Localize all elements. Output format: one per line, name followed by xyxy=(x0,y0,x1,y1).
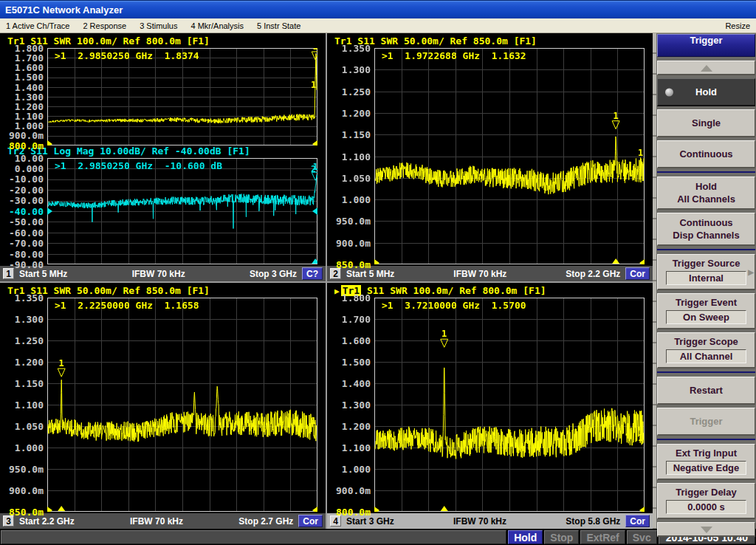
axis-label: 1.350 xyxy=(342,43,371,54)
main-area: Tr1 S11 SWR 100.0m/ Ref 800.0m [F1] 1.80… xyxy=(0,33,756,529)
ch2-status-bar[interactable]: 2 Start 5 MHz IFBW 70 kHz Stop 2.2 GHz C… xyxy=(327,266,653,281)
axis-label: 1.250 xyxy=(342,86,371,97)
trace-params: S11 Log Mag 10.00dB/ Ref -40.00dB [F1] xyxy=(24,145,250,157)
start-freq: Start 5 MHz xyxy=(346,269,394,279)
softkey-label: Hold xyxy=(659,86,753,97)
radio-bullet-icon xyxy=(665,88,673,96)
softkey-scroll-up[interactable] xyxy=(657,61,755,75)
axis-label: 1.100 xyxy=(342,151,371,162)
correction-badge: Cor xyxy=(625,267,650,280)
ch2-trace1-marker-readout: >1 1.9722688 GHz 1.1632 xyxy=(382,50,526,61)
ch3-trace1-canvas xyxy=(47,298,317,512)
softkey-group-separator xyxy=(657,371,755,373)
softkey-trigger-event[interactable]: Trigger EventOn Sweep xyxy=(657,293,755,329)
sweep-status-badge: Hold xyxy=(508,530,543,544)
stop-freq: Stop 5.8 GHz xyxy=(566,516,620,527)
active-trace-arrow-icon: ▶ xyxy=(334,287,340,296)
trace-params: S11 SWR 50.00m/ Ref 850.0m [F1] xyxy=(24,285,209,296)
ifbw: IFBW 70 kHz xyxy=(72,269,244,279)
axis-label: 1.000 xyxy=(342,464,371,475)
axis-label: 1.150 xyxy=(15,378,44,389)
svc-indicator: Svc xyxy=(627,530,657,544)
softkey-label: Hold xyxy=(659,180,753,193)
softkey-value: Internal xyxy=(666,271,746,285)
axis-label: 1.300 xyxy=(342,400,371,411)
softkey-label: Ext Trig Input xyxy=(659,448,753,459)
axis-label: 950.0m xyxy=(336,216,371,227)
ch3-status-bar[interactable]: 3 Start 2.2 GHz IFBW 70 kHz Stop 2.7 GHz… xyxy=(0,513,326,529)
softkey-label: Trigger Event xyxy=(659,297,753,308)
softkey-trigger-delay[interactable]: Trigger Delay0.0000 s xyxy=(657,483,755,519)
softkey-group-separator xyxy=(657,439,755,440)
softkey-group-separator xyxy=(657,249,755,250)
softkey-continuous-disp-channels[interactable]: ContinuousDisp Channels xyxy=(657,213,755,246)
ch3-trace1-header: Tr1 S11 SWR 50.00m/ Ref 850.0m [F1] xyxy=(0,285,326,298)
axis-label: 850.0m xyxy=(336,259,371,270)
axis-label: 900.0m xyxy=(9,485,44,496)
ch2-trace1-plot: >1 1.9722688 GHz 1.1632 xyxy=(374,48,645,264)
stop-freq: Stop 2.2 GHz xyxy=(566,269,620,279)
softkey-label: Trigger Source xyxy=(659,258,753,269)
softkey-label: All Channels xyxy=(659,193,753,205)
menu-response[interactable]: 2 Response xyxy=(83,21,126,30)
softkey-value: All Channel xyxy=(666,349,746,363)
ch3-trace1-marker-readout: >1 2.2250000 GHz 1.1658 xyxy=(55,300,199,311)
ch1-trace2-header: Tr2 S11 Log Mag 10.00dB/ Ref -40.00dB [F… xyxy=(0,145,326,158)
softkey-trigger: Trigger xyxy=(657,408,755,436)
menu-instr-state[interactable]: 5 Instr State xyxy=(257,21,300,30)
menu-mkr-analysis[interactable]: 4 Mkr/Analysis xyxy=(190,21,244,30)
axis-label: 0.000 xyxy=(15,163,44,174)
ch2-trace1-header: Tr1 S11 SWR 50.00m/ Ref 850.0m [F1] xyxy=(327,35,653,48)
ch1-trace2-axis: 10.000.000-10.00-20.00-30.00-40.00-50.00… xyxy=(0,158,47,264)
submenu-arrow-icon: ▶ xyxy=(748,268,754,276)
scroll-up-icon xyxy=(701,65,712,72)
menu-stimulus[interactable]: 3 Stimulus xyxy=(140,21,177,30)
softkey-label: Restart xyxy=(659,385,753,396)
instrument-status-bar: Hold Stop ExtRef Svc 2014-10-05 10:40 xyxy=(0,529,756,545)
softkey-restart[interactable]: Restart xyxy=(657,377,755,405)
axis-label: 1.300 xyxy=(15,314,44,325)
ch4-status-bar[interactable]: 4 Start 3 GHz IFBW 70 kHz Stop 5.8 GHz C… xyxy=(327,513,653,529)
channel-2-window[interactable]: Tr1 S11 SWR 50.00m/ Ref 850.0m [F1] 1.35… xyxy=(327,33,653,281)
channel-1-window[interactable]: Tr1 S11 SWR 100.0m/ Ref 800.0m [F1] 1.80… xyxy=(0,33,326,281)
ifbw: IFBW 70 kHz xyxy=(399,269,560,279)
menu-bar: 1 Active Ch/Trace 2 Response 3 Stimulus … xyxy=(0,18,756,33)
softkey-ext-trig-input[interactable]: Ext Trig InputNegative Edge xyxy=(657,444,755,480)
ch3-trace1-plot: >1 2.2250000 GHz 1.1658 xyxy=(47,298,317,512)
resize-button[interactable]: Resize xyxy=(725,21,750,30)
softkey-group-separator xyxy=(657,171,755,173)
ch4-trace1-axis: 1.8001.7001.6001.5001.4001.3001.2001.100… xyxy=(327,298,374,512)
ch4-trace1-plot: >1 3.7210000 GHz 1.5700 xyxy=(374,298,645,512)
softkey-scrollbar[interactable] xyxy=(653,33,656,529)
axis-label: 1.200 xyxy=(342,107,371,118)
ch1-trace1-plot: >1 2.9850250 GHz 1.8374 xyxy=(47,48,317,145)
menu-active-ch-trace[interactable]: 1 Active Ch/Trace xyxy=(6,21,69,30)
ch2-trace1-axis: 1.3501.3001.2501.2001.1501.1001.0501.000… xyxy=(327,48,374,264)
scroll-down-icon xyxy=(701,527,712,533)
softkey-value: Negative Edge xyxy=(666,461,746,475)
softkey-label: Disp Channels xyxy=(659,229,753,241)
channel-3-window[interactable]: Tr1 S11 SWR 50.00m/ Ref 850.0m [F1] 1.35… xyxy=(0,283,326,529)
axis-label: 1.200 xyxy=(342,421,371,432)
softkey-hold[interactable]: Hold xyxy=(657,78,755,106)
stop-freq: Stop 3 GHz xyxy=(250,269,297,279)
axis-label: 900.0m xyxy=(336,237,371,248)
axis-label: 1.250 xyxy=(15,335,44,346)
axis-label: -80.00 xyxy=(9,248,44,259)
softkey-continuous[interactable]: Continuous xyxy=(657,140,755,168)
softkey-label: Continuous xyxy=(659,148,753,160)
ch1-trace2-canvas xyxy=(47,158,317,264)
ch1-status-bar[interactable]: 1 Start 5 MHz IFBW 70 kHz Stop 3 GHz C? xyxy=(0,266,326,281)
softkey-hold-all-channels[interactable]: HoldAll Channels xyxy=(657,176,755,210)
softkey-trigger-source[interactable]: Trigger SourceInternal▶ xyxy=(657,254,755,290)
softkey-label: Continuous xyxy=(659,216,753,229)
axis-label: 1.350 xyxy=(15,292,44,304)
axis-label: 1.300 xyxy=(342,64,371,75)
softkey-scroll-down[interactable] xyxy=(657,522,755,537)
softkey-single[interactable]: Single xyxy=(657,109,755,137)
channel-4-window[interactable]: ▶Tr1 S11 SWR 100.0m/ Ref 800.0m [F1] 1.8… xyxy=(327,283,653,529)
ifbw: IFBW 70 kHz xyxy=(399,516,561,527)
start-freq: Start 2.2 GHz xyxy=(19,516,75,527)
softkey-trigger-scope[interactable]: Trigger ScopeAll Channel xyxy=(657,332,755,369)
trace-params: S11 SWR 100.0m/ Ref 800.0m [F1] xyxy=(24,35,209,47)
